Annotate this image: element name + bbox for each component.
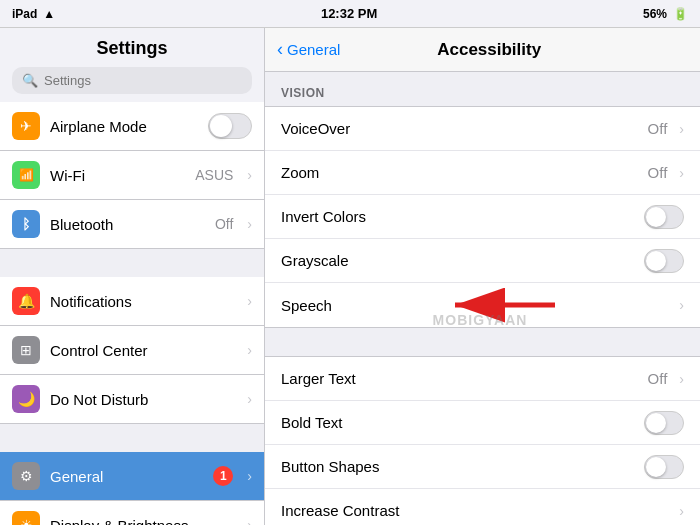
button-shapes-row[interactable]: Button Shapes [265,445,700,489]
button-shapes-label: Button Shapes [281,458,636,475]
airplane-toggle[interactable] [208,113,252,139]
sidebar-item-label: Airplane Mode [50,118,198,135]
increase-contrast-row[interactable]: Increase Contrast › [265,489,700,525]
sidebar-search[interactable]: 🔍 [12,67,252,94]
right-panel-title: Accessibility [350,40,628,60]
bold-text-row[interactable]: Bold Text [265,401,700,445]
zoom-row[interactable]: Zoom Off › [265,151,700,195]
sidebar-item-label: Bluetooth [50,216,205,233]
status-left: iPad ▲ [12,7,55,21]
bluetooth-icon: ᛒ [12,210,40,238]
larger-text-value: Off [648,370,668,387]
battery-label: 56% [643,7,667,21]
main-container: Settings 🔍 ✈ Airplane Mode 📶 Wi-Fi ASUS … [0,28,700,525]
search-input[interactable] [44,73,242,88]
sidebar: Settings 🔍 ✈ Airplane Mode 📶 Wi-Fi ASUS … [0,28,265,525]
section-gap [265,328,700,356]
sidebar-item-airplane[interactable]: ✈ Airplane Mode [0,102,264,151]
sidebar-item-label: Do Not Disturb [50,391,233,408]
speech-row[interactable]: Speech › [265,283,700,327]
section-divider [0,249,264,277]
sidebar-item-bluetooth[interactable]: ᛒ Bluetooth Off › [0,200,264,249]
vision-section-header: VISION [265,72,700,106]
grayscale-label: Grayscale [281,252,636,269]
general-badge: 1 [213,466,233,486]
back-button[interactable]: ‹ General [277,39,340,60]
notifications-icon: 🔔 [12,287,40,315]
sidebar-item-label: Display & Brightness [50,517,233,526]
back-label: General [287,41,340,58]
button-shapes-toggle[interactable] [644,455,684,479]
invert-colors-row[interactable]: Invert Colors [265,195,700,239]
chevron-icon: › [247,468,252,484]
increase-contrast-label: Increase Contrast [281,502,667,519]
right-header: ‹ General Accessibility [265,28,700,72]
battery-icon: 🔋 [673,7,688,21]
zoom-label: Zoom [281,164,640,181]
voiceover-label: VoiceOver [281,120,640,137]
chevron-icon: › [247,216,252,232]
dnd-icon: 🌙 [12,385,40,413]
wifi-value: ASUS [195,167,233,183]
voiceover-value: Off [648,120,668,137]
chevron-icon: › [247,391,252,407]
larger-text-label: Larger Text [281,370,640,387]
zoom-value: Off [648,164,668,181]
wifi-icon: 📶 [12,161,40,189]
bold-text-toggle[interactable] [644,411,684,435]
device-label: iPad [12,7,37,21]
interaction-group: Larger Text Off › Bold Text Button Shape… [265,356,700,525]
larger-text-row[interactable]: Larger Text Off › [265,357,700,401]
sidebar-item-dnd[interactable]: 🌙 Do Not Disturb › [0,375,264,424]
invert-colors-toggle[interactable] [644,205,684,229]
sidebar-item-label: Control Center [50,342,233,359]
status-time: 12:32 PM [321,6,377,21]
chevron-icon: › [679,297,684,313]
back-chevron-icon: ‹ [277,39,283,60]
wifi-icon: ▲ [43,7,55,21]
speech-label: Speech [281,297,667,314]
airplane-icon: ✈ [12,112,40,140]
section-divider [0,424,264,452]
sidebar-title: Settings [0,28,264,67]
sidebar-item-label: General [50,468,203,485]
general-icon: ⚙ [12,462,40,490]
status-right: 56% 🔋 [643,7,688,21]
search-icon: 🔍 [22,73,38,88]
status-bar: iPad ▲ 12:32 PM 56% 🔋 [0,0,700,28]
right-panel: ‹ General Accessibility VISION VoiceOver… [265,28,700,525]
chevron-icon: › [679,503,684,519]
right-content: VISION VoiceOver Off › Zoom Off › Invert… [265,72,700,525]
invert-colors-label: Invert Colors [281,208,636,225]
chevron-icon: › [679,165,684,181]
sidebar-item-label: Wi-Fi [50,167,185,184]
sidebar-item-wifi[interactable]: 📶 Wi-Fi ASUS › [0,151,264,200]
vision-group: VoiceOver Off › Zoom Off › Invert Colors [265,106,700,328]
chevron-icon: › [679,121,684,137]
sidebar-list: ✈ Airplane Mode 📶 Wi-Fi ASUS › ᛒ Bluetoo… [0,102,264,525]
chevron-icon: › [247,517,252,525]
chevron-icon: › [247,293,252,309]
sidebar-item-notifications[interactable]: 🔔 Notifications › [0,277,264,326]
sidebar-item-display[interactable]: ☀ Display & Brightness › [0,501,264,525]
bold-text-label: Bold Text [281,414,636,431]
chevron-icon: › [247,342,252,358]
grayscale-toggle[interactable] [644,249,684,273]
sidebar-item-control[interactable]: ⊞ Control Center › [0,326,264,375]
grayscale-row[interactable]: Grayscale [265,239,700,283]
sidebar-item-general[interactable]: ⚙ General 1 › [0,452,264,501]
bluetooth-value: Off [215,216,233,232]
display-icon: ☀ [12,511,40,525]
control-icon: ⊞ [12,336,40,364]
chevron-icon: › [247,167,252,183]
chevron-icon: › [679,371,684,387]
sidebar-item-label: Notifications [50,293,233,310]
voiceover-row[interactable]: VoiceOver Off › [265,107,700,151]
